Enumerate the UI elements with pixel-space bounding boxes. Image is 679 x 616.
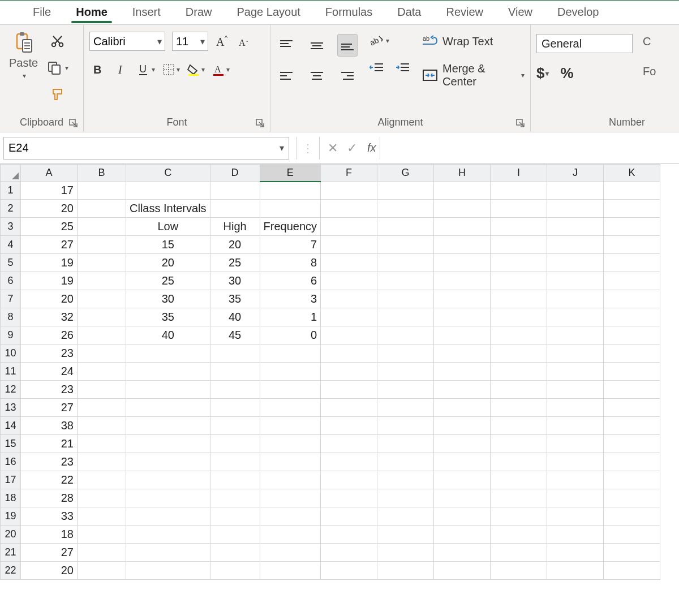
cell-B16[interactable] xyxy=(78,453,126,471)
cell-A11[interactable]: 24 xyxy=(21,363,78,381)
fill-color-button[interactable]: ▾ xyxy=(187,61,205,78)
cell-E7[interactable]: 3 xyxy=(260,290,321,308)
cell-B20[interactable] xyxy=(78,525,126,544)
row-header[interactable]: 20 xyxy=(1,525,21,544)
select-all-corner[interactable] xyxy=(1,165,21,182)
cell-H10[interactable] xyxy=(434,344,491,363)
cell-G8[interactable] xyxy=(377,308,434,326)
cell-I20[interactable] xyxy=(491,525,547,544)
percent-button[interactable]: % xyxy=(560,64,573,82)
cell-A18[interactable]: 28 xyxy=(21,489,78,507)
cell-B3[interactable] xyxy=(78,218,126,236)
cell-G16[interactable] xyxy=(377,453,434,471)
cell-E19[interactable] xyxy=(260,507,321,525)
cell-F18[interactable] xyxy=(321,489,377,507)
cell-J7[interactable] xyxy=(547,290,604,308)
cell-J12[interactable] xyxy=(547,381,604,399)
cell-C3[interactable]: Low xyxy=(126,218,210,236)
cell-G15[interactable] xyxy=(377,435,434,453)
cell-J16[interactable] xyxy=(547,453,604,471)
name-box[interactable]: ▾ xyxy=(3,137,289,160)
cell-F12[interactable] xyxy=(321,381,377,399)
row-header[interactable]: 16 xyxy=(1,453,21,471)
align-right-button[interactable] xyxy=(337,64,358,87)
cell-B13[interactable] xyxy=(78,399,126,417)
cell-F14[interactable] xyxy=(321,417,377,435)
cell-I15[interactable] xyxy=(491,435,547,453)
cell-E5[interactable]: 8 xyxy=(260,254,321,272)
cell-E18[interactable] xyxy=(260,489,321,507)
cell-J22[interactable] xyxy=(547,562,604,580)
cell-C9[interactable]: 40 xyxy=(126,326,210,344)
cell-G4[interactable] xyxy=(377,236,434,254)
cell-I11[interactable] xyxy=(491,363,547,381)
font-color-button[interactable]: A▾ xyxy=(212,61,230,78)
align-bottom-button[interactable] xyxy=(337,34,358,57)
cell-E11[interactable] xyxy=(260,363,321,381)
cell-C1[interactable] xyxy=(126,182,210,200)
fx-label[interactable]: fx xyxy=(367,141,376,154)
cell-C22[interactable] xyxy=(126,562,210,580)
cell-A10[interactable]: 23 xyxy=(21,344,78,363)
cell-A7[interactable]: 20 xyxy=(21,290,78,308)
cell-I21[interactable] xyxy=(491,544,547,562)
row-header[interactable]: 4 xyxy=(1,236,21,254)
cell-A19[interactable]: 33 xyxy=(21,507,78,525)
cell-D17[interactable] xyxy=(210,471,260,489)
cell-H5[interactable] xyxy=(434,254,491,272)
cell-E15[interactable] xyxy=(260,435,321,453)
cell-K11[interactable] xyxy=(604,363,660,381)
formula-input[interactable] xyxy=(380,137,679,160)
row-header[interactable]: 17 xyxy=(1,471,21,489)
cell-G11[interactable] xyxy=(377,363,434,381)
cell-J10[interactable] xyxy=(547,344,604,363)
cell-J20[interactable] xyxy=(547,525,604,544)
cell-H16[interactable] xyxy=(434,453,491,471)
row-header[interactable]: 21 xyxy=(1,544,21,562)
cell-H22[interactable] xyxy=(434,562,491,580)
cell-J5[interactable] xyxy=(547,254,604,272)
cell-J18[interactable] xyxy=(547,489,604,507)
cell-B1[interactable] xyxy=(78,182,126,200)
chevron-down-icon[interactable]: ▾ xyxy=(275,143,289,153)
tab-insert[interactable]: Insert xyxy=(120,2,173,24)
cell-H18[interactable] xyxy=(434,489,491,507)
cell-C20[interactable] xyxy=(126,525,210,544)
cell-G20[interactable] xyxy=(377,525,434,544)
dialog-launcher-icon[interactable] xyxy=(68,118,79,128)
cell-G13[interactable] xyxy=(377,399,434,417)
cell-I6[interactable] xyxy=(491,272,547,290)
cell-A3[interactable]: 25 xyxy=(21,218,78,236)
cell-B9[interactable] xyxy=(78,326,126,344)
cell-G2[interactable] xyxy=(377,200,434,218)
number-format-combo[interactable]: General xyxy=(536,34,633,53)
cell-B4[interactable] xyxy=(78,236,126,254)
cell-H12[interactable] xyxy=(434,381,491,399)
cell-G3[interactable] xyxy=(377,218,434,236)
decrease-font-button[interactable]: Aˇ xyxy=(238,33,253,49)
column-header-G[interactable]: G xyxy=(377,165,434,182)
font-size-combo[interactable]: ▾ xyxy=(172,32,208,51)
cell-D3[interactable]: High xyxy=(210,218,260,236)
cell-E12[interactable] xyxy=(260,381,321,399)
merge-center-button[interactable]: Merge & Center ▾ xyxy=(422,62,525,88)
cell-A9[interactable]: 26 xyxy=(21,326,78,344)
cell-E13[interactable] xyxy=(260,399,321,417)
orientation-button[interactable]: ab▾ xyxy=(369,34,389,48)
cell-C14[interactable] xyxy=(126,417,210,435)
cell-J3[interactable] xyxy=(547,218,604,236)
chevron-down-icon[interactable]: ▾ xyxy=(154,32,165,50)
cell-I12[interactable] xyxy=(491,381,547,399)
cell-E4[interactable]: 7 xyxy=(260,236,321,254)
cell-J6[interactable] xyxy=(547,272,604,290)
cell-B21[interactable] xyxy=(78,544,126,562)
cell-F15[interactable] xyxy=(321,435,377,453)
cell-K7[interactable] xyxy=(604,290,660,308)
cell-C19[interactable] xyxy=(126,507,210,525)
cell-C10[interactable] xyxy=(126,344,210,363)
cell-J4[interactable] xyxy=(547,236,604,254)
cell-I7[interactable] xyxy=(491,290,547,308)
cell-A4[interactable]: 27 xyxy=(21,236,78,254)
cell-F10[interactable] xyxy=(321,344,377,363)
cell-K5[interactable] xyxy=(604,254,660,272)
